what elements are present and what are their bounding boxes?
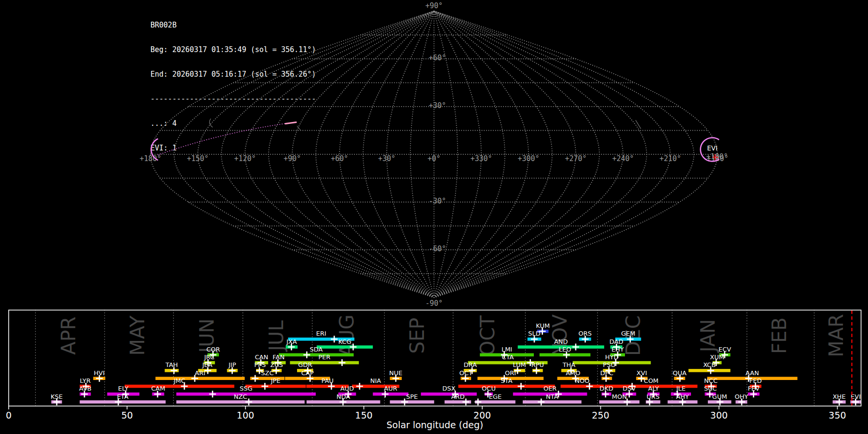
shower-code-label: COR [206,346,220,353]
shower-code-label: ARD [451,393,464,400]
x-tick-label: 350 [828,410,846,420]
month-label: OCT [476,315,499,356]
shower-code-label: SPE [406,393,418,400]
lon-label: +240° [612,154,634,163]
shower-code-label: OCT [459,369,472,377]
peak-cross [339,359,345,366]
lon-label: +120° [234,154,256,163]
shower-code-label: HVI [94,369,105,377]
shower-code-label: AND [554,338,568,345]
sky-map: +180°+150°+120°+90°+60°+30°+0°+330°+300°… [0,0,868,311]
shower-RPU: RPU [531,361,544,374]
lat-label: -30° [429,197,446,205]
shower-DPC: DPC [600,369,613,382]
shower-code-label: PAU [321,377,333,384]
shower-XCB: XCB [689,361,731,374]
month-label: SEP [406,318,428,354]
lon-label: +60° [331,154,348,163]
shower-NUE: NUE [389,369,402,382]
shower-code-label: AAN [746,369,759,377]
peak-cross [356,383,363,390]
shower-code-label: NUE [389,369,402,377]
lon-label: +150° [187,154,208,163]
shower-code-label: DSV [623,385,636,392]
peak-cross [261,383,268,390]
lon-label: +180° [139,154,161,163]
shower-code-label: JXA [286,338,297,345]
shower-bar [561,385,604,388]
shower-code-label: CTA [502,353,514,361]
month-label: MAY [126,315,149,356]
shower-code-label: NTA [546,393,558,400]
month-label: JUL [265,320,287,353]
shower-code-label: AUD [340,385,354,392]
shower-code-label: QUA [673,369,687,377]
shower-code-label: JEA [202,361,212,368]
shower-code-label: FEV [748,385,760,392]
shower-code-label: JRC [203,353,214,361]
shower-code-label: CAP [301,369,314,377]
shower-AVB: AVB [79,385,92,397]
radiant-code-label: EVI [707,144,718,152]
shower-JIP: JIP [227,361,238,374]
lon-label: +330° [470,154,492,163]
shower-code-label: ERI [316,330,326,337]
shower-HVI: HVI [93,369,105,382]
shower-code-label: PER [318,353,330,361]
peak-cross [475,399,481,406]
x-tick-label: 50 [121,410,133,420]
shower-code-label: NOO [575,377,589,384]
shower-code-label: LUM [513,361,526,368]
month-label: JAN [697,319,719,353]
shower-code-label: GDR [298,361,312,368]
shower-code-label: LMI [502,346,512,353]
shower-code-label: ELY [118,385,129,392]
shower-code-label: NZC [234,393,247,400]
x-axis-title: Solar longitude (deg) [386,420,483,430]
month-label: MAR [825,314,847,357]
shower-bar [245,385,306,388]
shower-code-label: AHY [676,393,689,400]
shower-code-label: ETA [117,393,128,400]
lat-label: -90° [425,299,443,308]
peak-cross [303,352,310,358]
shower-code-label: JLE [676,385,686,392]
shower-code-label: ZCS [270,361,283,368]
lat-label: -60° [429,244,446,253]
shower-code-label: AUR [384,385,397,392]
shower-code-label: CAM [151,385,165,392]
shower-code-label: XUM [710,353,724,361]
shower-code-label: LYR [80,377,91,384]
shower-code-label: ECV [719,346,731,353]
shower-bar [155,377,244,380]
lon-label: +90° [284,154,301,163]
shower-OHY: OHY [734,393,748,406]
shower-CAM: CAM [151,385,165,397]
shower-code-label: DKD [599,385,613,392]
shower-code-label: AMO [566,369,580,377]
lon-label: +210° [659,154,681,163]
shower-code-label: URS [647,393,660,400]
shower-code-label: FED [749,377,762,384]
shower-code-label: OER [543,385,556,392]
shower-code-label: FAN [272,353,285,361]
shower-FEV: FEV [748,385,760,397]
x-tick-label: 100 [237,410,254,420]
shower-QUA: QUA [673,369,687,382]
shower-KSE: KSE [51,393,63,406]
shower-code-label: SDA [310,346,323,353]
shower-code-label: SCC [704,385,717,392]
sporadic-trail [209,119,213,127]
month-label: APR [57,316,80,354]
activity-timeline-chart: APRMAYJUNJULAUGSEPOCTNOVDECJANFEBMARKUME… [0,309,868,434]
shower-NDA: NDA [307,393,380,406]
shower-code-label: DPC [600,369,613,377]
lon-label: +300° [517,154,539,163]
shower-code-label: HYD [605,353,619,361]
shower-code-label: GEM [621,330,636,337]
shower-bar [80,400,165,404]
peak-cross [518,383,525,390]
shower-URS: URS [646,393,660,406]
meteor-radiant-screen: BR002B Beg: 20260317 01:35:49 (sol = 356… [0,0,868,434]
shower-code-label: XHE [833,393,846,400]
